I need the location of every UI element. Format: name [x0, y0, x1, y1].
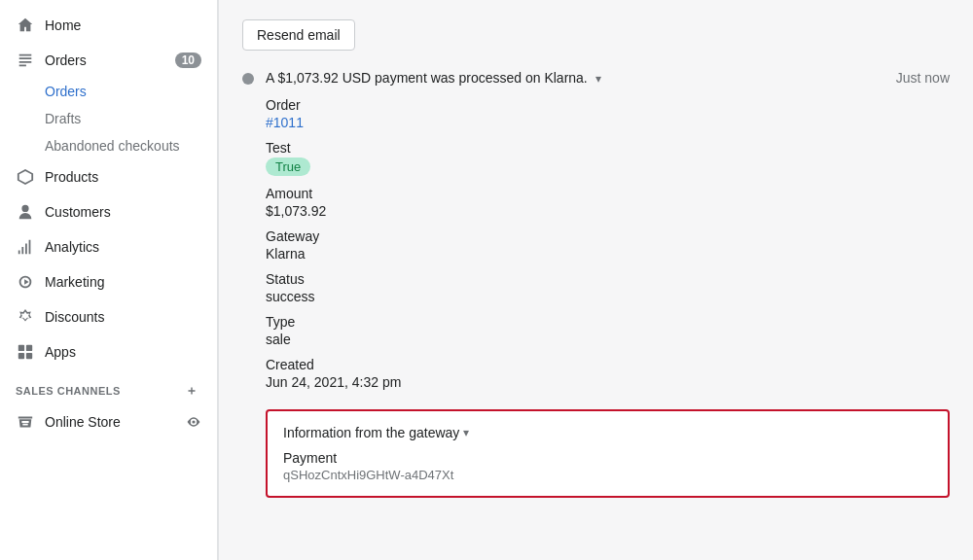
- svg-rect-3: [26, 353, 32, 359]
- sales-channels-label: SALES CHANNELS: [16, 385, 121, 397]
- gateway-information-box: Information from the gateway ▾ Payment q…: [266, 409, 950, 498]
- created-value: Jun 24, 2021, 4:32 pm: [266, 374, 950, 390]
- gateway-dropdown-arrow[interactable]: ▾: [463, 426, 469, 439]
- timeline-dot: [242, 73, 254, 85]
- sidebar-orders-label: Orders: [45, 52, 165, 68]
- timeline-header: A $1,073.92 USD payment was processed on…: [266, 70, 950, 86]
- sidebar-products-label: Products: [45, 169, 201, 185]
- svg-rect-1: [26, 345, 32, 351]
- online-store-eye-button[interactable]: [186, 414, 201, 430]
- order-label: Order: [266, 97, 950, 113]
- sidebar: Home Orders 10 Orders Drafts Abandoned c…: [0, 0, 218, 560]
- sidebar-item-customers[interactable]: Customers: [0, 194, 217, 229]
- sidebar-subitem-orders[interactable]: Orders: [0, 78, 217, 105]
- home-icon: [16, 16, 35, 35]
- add-sales-channel-button[interactable]: [182, 381, 201, 401]
- online-store-label: Online Store: [45, 414, 176, 430]
- discounts-icon: [16, 307, 35, 327]
- info-row-gateway: Gateway Klarna: [266, 228, 950, 262]
- type-label: Type: [266, 314, 950, 330]
- sales-channels-section: SALES CHANNELS: [0, 369, 217, 404]
- sidebar-item-online-store[interactable]: Online Store: [0, 404, 217, 439]
- svg-rect-0: [18, 345, 24, 351]
- sidebar-item-home[interactable]: Home: [0, 8, 217, 43]
- apps-icon: [16, 342, 35, 362]
- sidebar-discounts-label: Discounts: [45, 309, 201, 325]
- info-row-type: Type sale: [266, 314, 950, 347]
- sidebar-customers-label: Customers: [45, 204, 201, 220]
- online-store-icon: [16, 412, 35, 432]
- status-value: success: [266, 289, 950, 304]
- gateway-label: Gateway: [266, 228, 950, 244]
- info-row-order: Order #1011: [266, 97, 950, 130]
- timeline-item: A $1,073.92 USD payment was processed on…: [242, 70, 950, 498]
- info-row-created: Created Jun 24, 2021, 4:32 pm: [266, 357, 950, 390]
- orders-badge: 10: [175, 52, 201, 68]
- order-link[interactable]: #1011: [266, 115, 304, 130]
- svg-rect-2: [18, 353, 24, 359]
- timeline-content: A $1,073.92 USD payment was processed on…: [266, 70, 950, 498]
- gateway-value: Klarna: [266, 246, 950, 262]
- analytics-icon: [16, 237, 35, 257]
- info-row-test: Test True: [266, 140, 950, 176]
- timeline-dropdown-arrow[interactable]: ▾: [595, 72, 601, 86]
- info-grid: Order #1011 Test True Amount $1,073.92 G…: [266, 97, 950, 390]
- sidebar-apps-label: Apps: [45, 344, 201, 360]
- resend-email-button[interactable]: Resend email: [242, 19, 355, 51]
- amount-value: $1,073.92: [266, 203, 950, 219]
- info-row-amount: Amount $1,073.92: [266, 186, 950, 219]
- timeline-title: A $1,073.92 USD payment was processed on…: [266, 70, 601, 86]
- gateway-header-text: Information from the gateway: [283, 425, 459, 440]
- sidebar-home-label: Home: [45, 18, 201, 33]
- gateway-payment-label: Payment: [283, 450, 932, 466]
- sidebar-item-discounts[interactable]: Discounts: [0, 299, 217, 334]
- gateway-payment-value: qSHozCntxHi9GHtW-a4D47Xt: [283, 468, 932, 482]
- timeline-time: Just now: [896, 70, 950, 86]
- sidebar-item-apps[interactable]: Apps: [0, 334, 217, 369]
- amount-label: Amount: [266, 186, 950, 201]
- main-content: Resend email A $1,073.92 USD payment was…: [219, 0, 973, 560]
- test-badge: True: [266, 158, 310, 176]
- sidebar-item-marketing[interactable]: Marketing: [0, 264, 217, 299]
- test-label: Test: [266, 140, 950, 156]
- sidebar-item-products[interactable]: Products: [0, 159, 217, 194]
- sidebar-item-orders[interactable]: Orders 10: [0, 43, 217, 78]
- type-value: sale: [266, 332, 950, 347]
- sidebar-item-analytics[interactable]: Analytics: [0, 229, 217, 264]
- products-icon: [16, 167, 35, 187]
- info-row-status: Status success: [266, 271, 950, 304]
- customers-icon: [16, 202, 35, 222]
- marketing-icon: [16, 272, 35, 292]
- orders-icon: [16, 51, 35, 70]
- created-label: Created: [266, 357, 950, 372]
- gateway-header[interactable]: Information from the gateway ▾: [283, 425, 932, 440]
- status-label: Status: [266, 271, 950, 287]
- sidebar-subitem-abandoned[interactable]: Abandoned checkouts: [0, 132, 217, 159]
- sidebar-subitem-drafts[interactable]: Drafts: [0, 105, 217, 132]
- sidebar-analytics-label: Analytics: [45, 239, 201, 255]
- sidebar-marketing-label: Marketing: [45, 274, 201, 290]
